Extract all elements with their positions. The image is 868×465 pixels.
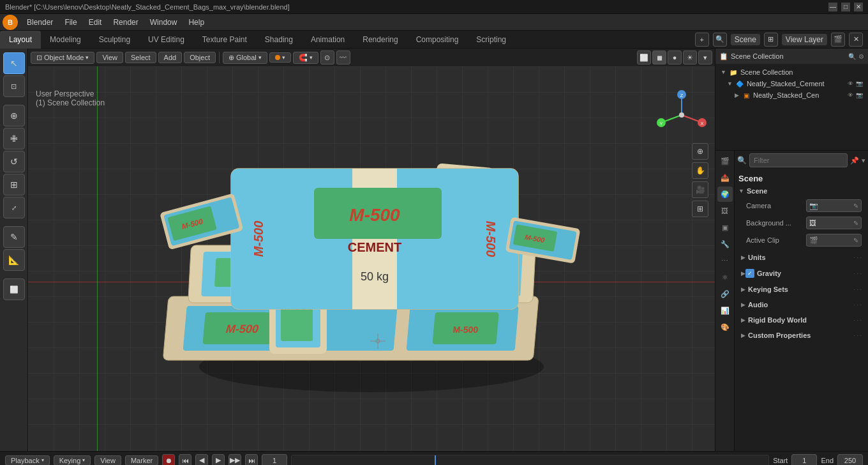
primitive-tool-button[interactable]: ⬜ [3,278,25,300]
camera-view-button[interactable]: 🎥 [692,181,708,198]
menu-edit[interactable]: Edit [84,17,107,28]
box-select-button[interactable]: ⊡ [3,75,25,97]
gravity-section-header[interactable]: ▶ ✓ Gravity · · · [737,266,865,280]
background-value[interactable]: 🖼 ✎ [806,217,862,229]
prop-tab-output[interactable]: 📤 [717,170,733,185]
prop-tab-constraints[interactable]: 🔗 [717,286,733,301]
menu-window[interactable]: Window [145,17,183,28]
render-icon[interactable]: 🎬 [831,33,845,47]
grid-toggle-button[interactable]: ⊞ [692,201,708,217]
menu-file[interactable]: File [59,17,82,28]
scale-tool-button[interactable]: ⊞ [3,174,25,195]
active-clip-value[interactable]: 🎬 ✎ [806,234,862,247]
tab-uv-editing[interactable]: UV Editing [139,31,193,49]
start-frame-input[interactable] [791,454,817,466]
timeline-track[interactable] [291,455,769,466]
rigid-body-section-header[interactable]: ▶ Rigid Body World · · · [737,314,865,326]
add-menu[interactable]: Add [158,52,183,63]
end-frame-input[interactable] [837,454,863,466]
pan-button[interactable]: ✋ [692,162,708,179]
viewport-gizmo[interactable]: Z X Y [656,89,707,141]
cursor-tool-button[interactable]: ⊕ [3,105,25,126]
prop-tab-material[interactable]: 🎨 [717,319,733,335]
viewport-options[interactable]: ▾ [698,50,712,65]
proportional-edit-button[interactable]: ⊙ [320,50,334,65]
zoom-in-button[interactable]: ⊕ [692,143,708,160]
custom-props-header[interactable]: ▶ Custom Properties · · · [737,329,865,342]
tab-sculpting[interactable]: Sculpting [90,31,139,49]
next-frame-button[interactable]: ▶▶ [228,454,241,466]
tab-compositing[interactable]: Compositing [407,31,468,49]
menu-help[interactable]: Help [183,17,209,28]
units-section-header[interactable]: ▶ Units · · · [737,251,865,264]
move-tool-button[interactable]: ✙ [3,128,25,149]
menu-render[interactable]: Render [108,17,143,28]
marker-menu[interactable]: Marker [125,455,158,466]
tab-shading[interactable]: Shading [256,31,302,49]
outliner-item-cement-mesh[interactable]: ▶ ▣ Neatly_Stacked_Cen 👁 📷 [718,89,865,101]
skip-start-button[interactable]: ⏮ [179,454,191,466]
viewport-3d[interactable]: ⊡ Object Mode ▾ View Select Add Object ⊕… [28,49,715,451]
prop-tab-physics[interactable]: ⚛ [717,270,733,285]
transform-tool-button[interactable]: ⤢ [3,197,25,218]
rotate-tool-button[interactable]: ↺ [3,151,25,172]
outliner-item-cement[interactable]: ▼ 🔷 Neatly_Stacked_Cement 👁 📷 [718,78,865,89]
menu-blender[interactable]: Blender [22,17,58,28]
add-workspace-button[interactable]: + [695,33,709,47]
prev-frame-button[interactable]: ◀ [195,454,208,466]
tab-scripting[interactable]: Scripting [467,31,515,49]
view-menu[interactable]: View [96,52,123,63]
tab-layout[interactable]: Layout [0,31,41,49]
prop-tab-particles[interactable]: ⋯ [717,253,733,268]
keying-sets-header[interactable]: ▶ Keying Sets · · · [737,283,865,296]
close-workspace-icon[interactable]: ✕ [849,33,863,47]
play-button[interactable]: ▶ [212,454,225,466]
proportional-type-button[interactable]: 〰 [336,50,350,65]
outliner-search-icon[interactable]: 🔍 [848,53,856,60]
visibility-icon[interactable]: 👁 [848,80,853,87]
outliner-filter-icon[interactable]: ⚙ [858,53,864,60]
skip-end-button[interactable]: ⏭ [245,454,258,466]
select-menu[interactable]: Select [125,52,156,63]
scene-selector[interactable]: Scene [731,34,760,45]
measure-tool-button[interactable]: 📐 [3,249,25,271]
playback-menu[interactable]: Playback ▾ [5,455,50,466]
maximize-button[interactable]: □ [841,3,850,11]
tab-rendering[interactable]: Rendering [354,31,407,49]
mesh-render-icon[interactable]: 📷 [856,92,863,98]
property-search-input[interactable] [749,153,848,167]
outliner-item-scene-collection[interactable]: ▼ 📁 Scene Collection [718,66,865,78]
camera-edit-icon[interactable]: ✎ [853,202,858,210]
gravity-checkbox[interactable]: ✓ [745,269,754,278]
snap-selector[interactable]: 🧲 ▾ [293,52,318,64]
viewlayer-toggle[interactable]: ⊞ [764,33,778,47]
prop-tab-scene[interactable]: 🌍 [717,187,733,202]
tab-animation[interactable]: Animation [302,31,354,49]
annotate-tool-button[interactable]: ✎ [3,226,25,248]
view-layer-selector[interactable]: View Layer [782,34,827,45]
viewport-shading-render[interactable]: ☀ [683,50,697,65]
viewport-shading-material[interactable]: ● [668,50,682,65]
keying-menu[interactable]: Keying ▾ [54,455,91,466]
transform-selector[interactable]: ⊕ Global ▾ [223,52,267,64]
viewport-shading-solid[interactable]: ◼ [652,50,666,65]
mesh-visibility-icon[interactable]: 👁 [848,92,853,98]
pin-icon[interactable]: 📌 [850,156,859,165]
close-button[interactable]: ✕ [854,3,863,11]
view-menu[interactable]: View [94,455,121,466]
render-vis-icon[interactable]: 📷 [856,80,863,87]
background-edit-icon[interactable]: ✎ [853,220,858,227]
search-icon[interactable]: 🔍 [713,33,727,47]
camera-value[interactable]: 📷 ✎ [806,199,862,212]
object-menu[interactable]: Object [184,52,216,63]
current-frame-input[interactable] [262,454,287,466]
clip-edit-icon[interactable]: ✎ [853,237,858,244]
viewport-shading-wire[interactable]: ⬜ [637,50,651,65]
audio-section-header[interactable]: ▶ Audio · · · [737,298,865,311]
expand-all-icon[interactable]: ▾ [862,156,865,165]
record-button[interactable]: ⏺ [162,454,175,466]
mode-selector[interactable]: ⊡ Object Mode ▾ [31,52,94,64]
prop-tab-world[interactable]: 🖼 [717,203,733,218]
tab-texture-paint[interactable]: Texture Paint [193,31,256,49]
prop-tab-modifier[interactable]: 🔧 [717,236,733,252]
